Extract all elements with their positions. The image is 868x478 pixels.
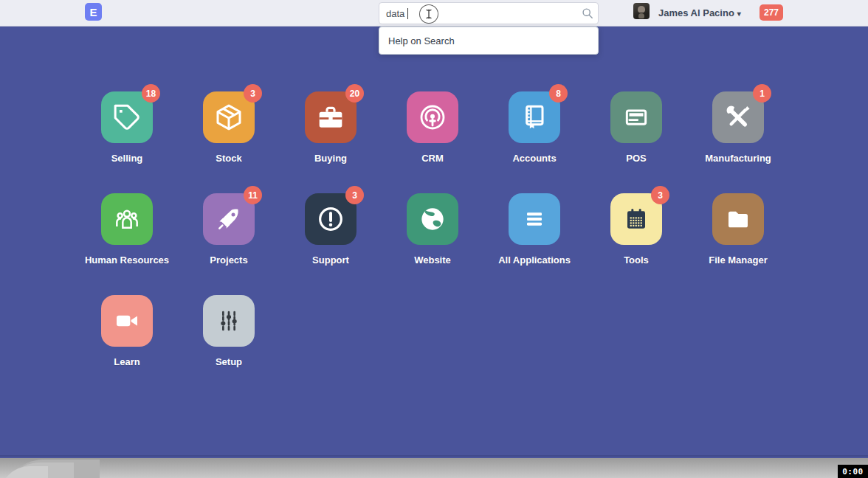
app-all-applications[interactable]: All Applications [483,193,585,266]
app-support[interactable]: 3Support [280,193,382,266]
app-open-count-badge: 18 [142,84,160,103]
wrench-screwdriver-icon [723,103,753,132]
app-open-count-badge: 20 [345,84,364,103]
app-tile-crm[interactable] [407,91,458,143]
app-label: Learn [114,356,140,367]
app-tile-stock[interactable]: 3 [203,91,255,143]
app-crm[interactable]: CRM [382,91,483,164]
app-tile-website[interactable] [407,193,458,245]
text-caret [407,8,408,19]
app-tile-selling[interactable]: 18 [101,91,153,143]
box-icon [214,103,244,132]
app-label: File Manager [709,254,767,266]
app-open-count-badge: 3 [651,186,669,204]
app-label: CRM [421,153,444,164]
menu-bars-icon [520,204,549,234]
app-label: Stock [216,153,241,164]
user-menu[interactable]: James Al Pacino▾ [658,7,741,18]
exclamation-circle-icon [316,204,345,234]
app-tile-projects[interactable]: 11 [203,193,255,245]
global-search [379,2,599,24]
search-input[interactable] [379,2,599,24]
app-label: Buying [314,153,347,164]
app-label: All Applications [498,254,571,266]
app-tools[interactable]: 3Tools [585,193,687,266]
briefcase-icon [316,103,345,132]
app-open-count-badge: 3 [345,186,364,204]
app-accounts[interactable]: 8Accounts [483,91,585,164]
app-stock[interactable]: 3Stock [178,91,280,164]
below-window-strip [0,458,868,478]
app-label: Projects [210,254,247,266]
app-open-count-badge: 3 [244,84,262,103]
tag-icon [112,103,142,132]
app-learn[interactable]: Learn [76,295,178,367]
app-tile-setup[interactable] [203,295,255,347]
people-icon [112,204,142,234]
app-human-resources[interactable]: Human Resources [76,193,178,266]
app-projects[interactable]: 11Projects [178,193,280,266]
help-on-search-item[interactable]: Help on Search [388,35,455,46]
app-manufacturing[interactable]: 1Manufacturing [687,91,789,164]
app-tile-pos[interactable] [610,91,662,143]
app-setup[interactable]: Setup [178,295,280,367]
rocket-icon [214,204,244,234]
app-label: Human Resources [85,254,169,266]
broadcast-person-icon [418,103,447,132]
app-pos[interactable]: POS [585,91,687,164]
app-website[interactable]: Website [382,193,483,266]
app-label: Manufacturing [705,153,771,164]
app-file-manager[interactable]: File Manager [687,193,789,266]
app-grid: 18Selling3Stock20BuyingCRM8AccountsPOS1M… [76,91,789,397]
app-tile-human-resources[interactable] [101,193,153,245]
video-camera-icon [112,306,142,336]
app-tile-tools[interactable]: 3 [610,193,662,245]
app-open-count-badge: 8 [549,84,568,103]
app-tile-learn[interactable] [101,295,153,347]
calendar-icon [621,204,651,234]
app-selling[interactable]: 18Selling [76,91,178,164]
app-tile-manufacturing[interactable]: 1 [712,91,764,143]
ibeam-cursor-icon [419,4,438,24]
app-tile-accounts[interactable]: 8 [509,91,560,143]
app-label: Tools [624,254,649,266]
ledger-book-icon [520,103,549,132]
app-label: Website [414,254,451,266]
card-terminal-icon [621,103,651,132]
app-tile-all-applications[interactable] [509,193,560,245]
app-tile-buying[interactable]: 20 [305,91,356,143]
app-label: Accounts [512,153,556,164]
chevron-down-icon: ▾ [737,10,741,18]
user-name-label: James Al Pacino [658,7,734,18]
app-label: Support [312,254,349,266]
app-label: POS [626,153,646,164]
app-label: Setup [216,356,242,367]
app-tile-file-manager[interactable] [712,193,764,245]
app-open-count-badge: 11 [244,186,262,204]
search-icon[interactable] [582,7,593,19]
folder-icon [723,204,753,234]
notification-count-badge[interactable]: 277 [760,4,783,21]
app-label: Selling [111,153,143,164]
erpnext-desk: { "navbar": { "logo_text": "E", "search"… [0,0,868,478]
user-avatar[interactable] [633,3,650,19]
sliders-icon [214,306,244,336]
app-buying[interactable]: 20Buying [280,91,382,164]
recording-timestamp: 0:00 [838,465,868,478]
app-open-count-badge: 1 [753,84,771,103]
globe-icon [418,204,447,234]
app-tile-support[interactable]: 3 [305,193,356,245]
app-logo[interactable]: E [85,3,102,21]
search-dropdown: Help on Search [379,27,599,55]
window-corner-arc [0,466,48,478]
desk-area: 18Selling3Stock20BuyingCRM8AccountsPOS1M… [0,27,868,457]
